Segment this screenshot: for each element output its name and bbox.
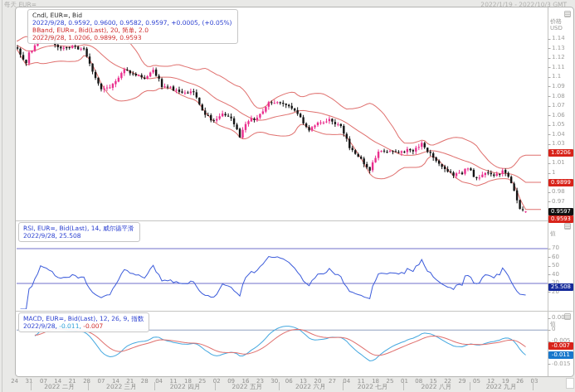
y-tick-label: 1.05 — [552, 122, 565, 128]
month-separator-tick — [343, 382, 344, 390]
macd-series-label: MACD, EUR=, Bid(Last), 12, 26, 9, 指数 — [23, 315, 144, 322]
rsi-panel-menu-icon[interactable] — [564, 223, 571, 230]
macd-date: 2022/9/28, — [23, 322, 57, 330]
x-month-label: 2022 二月 — [31, 383, 89, 390]
main-panel-legend[interactable]: Cndl, EUR=, Bid 2022/9/28, 0.9592, 0.960… — [27, 9, 238, 44]
rsi-value-badge: 25.508 — [548, 283, 573, 291]
month-separator-tick — [215, 382, 216, 390]
y-tick-label: 1.08 — [552, 94, 565, 99]
axis-corner — [566, 378, 574, 389]
y-tick-label: 50 — [552, 263, 559, 269]
x-day-label: 24 — [9, 378, 21, 385]
chart-interval-instrument-label: 每天 EUR= — [4, 1, 37, 9]
bband-lower-price-badge: 0.9593 — [548, 215, 573, 223]
chart-date-range-label: 2022/1/19 - 2022/10/3 GMT — [480, 1, 567, 8]
x-day-label: 03 — [529, 378, 540, 385]
macd-line-value: -0.011, — [59, 322, 81, 330]
bband-series-label: BBand, EUR=, Bid(Last), 20, 简单, 2.0 — [32, 27, 232, 34]
x-month-label: 2022 八月 — [407, 383, 465, 390]
rsi-value: 2022/9/28, 25.508 — [23, 232, 134, 240]
y-tick-label: 1 — [552, 170, 555, 176]
rsi-panel-legend[interactable]: RSI, EUR=, Bid(Last), 14, 威尔德平滑 2022/9/2… — [18, 222, 140, 242]
month-separator-tick — [403, 382, 404, 390]
x-month-label: 2022 五月 — [218, 383, 276, 390]
y-tick-label: 1.11 — [552, 65, 565, 70]
x-month-label: 2022 三月 — [92, 383, 150, 390]
last-price-badge: 0.9597 — [548, 208, 573, 215]
y-tick-label: -0.015 — [552, 361, 571, 367]
y-tick-label: 1.07 — [552, 103, 565, 109]
rsi-axis-title: 值 — [550, 230, 556, 238]
rsi-series-label: RSI, EUR=, Bid(Last), 14, 威尔德平滑 — [23, 225, 134, 232]
month-separator-tick — [533, 382, 534, 390]
y-tick-label: 40 — [552, 272, 559, 278]
macd-signal-value: -0.007 — [83, 322, 103, 330]
macd-values: 2022/9/28, -0.011, -0.007 — [23, 322, 144, 330]
month-separator-tick — [279, 382, 280, 390]
month-separator-tick — [154, 382, 155, 390]
y-tick-label: 1.04 — [552, 132, 565, 138]
month-separator-tick — [470, 382, 470, 390]
candle-series-label: Cndl, EUR=, Bid — [32, 12, 232, 19]
y-tick-label: 1.09 — [552, 84, 565, 90]
y-tick-label: 1.13 — [552, 46, 565, 51]
y-tick-label: 0.97 — [552, 199, 565, 205]
x-month-label: 2022 九月 — [472, 383, 530, 390]
macd-signal-badge: -0.007 — [548, 342, 573, 350]
y-tick-label: 1.1 — [552, 74, 561, 80]
y-tick-label: 70 — [552, 245, 559, 251]
y-tick-label: 1.06 — [552, 113, 565, 119]
price-chart-canvas[interactable] — [0, 0, 575, 392]
x-month-label: 2022 四月 — [156, 383, 214, 390]
y-tick-label: 1.03 — [552, 141, 565, 147]
main-panel-menu-icon[interactable] — [564, 11, 571, 17]
macd-panel-legend[interactable]: MACD, EUR=, Bid(Last), 12, 26, 9, 指数 202… — [18, 312, 149, 332]
x-month-label: 2022 七月 — [344, 383, 402, 390]
x-month-label: 2022 六月 — [281, 383, 339, 390]
y-tick-label: 1.12 — [552, 55, 565, 60]
macd-axis-title: 值 — [550, 320, 556, 328]
chart-application-window: 每天 EUR= 2022/1/19 - 2022/10/3 GMT Cndl, … — [0, 0, 575, 392]
y-tick-label: 1.01 — [552, 160, 565, 166]
price-axis-unit: USD — [550, 25, 563, 31]
macd-value-badge: -0.011 — [548, 351, 573, 359]
bband-upper-price-badge: 1.0206 — [548, 149, 573, 157]
y-tick-label: 0.98 — [552, 189, 565, 195]
month-separator-tick — [88, 382, 89, 390]
candle-ohlc-values: 2022/9/28, 0.9592, 0.9600, 0.9582, 0.959… — [32, 19, 232, 27]
y-tick-label: 60 — [552, 254, 559, 260]
month-separator-tick — [31, 382, 32, 390]
macd-panel-menu-icon[interactable] — [564, 313, 571, 320]
bband-values: 2022/9/28, 1.0206, 0.9899, 0.9593 — [32, 34, 232, 41]
bband-middle-price-badge: 0.9899 — [548, 179, 573, 186]
y-tick-label: 1.14 — [552, 36, 565, 41]
